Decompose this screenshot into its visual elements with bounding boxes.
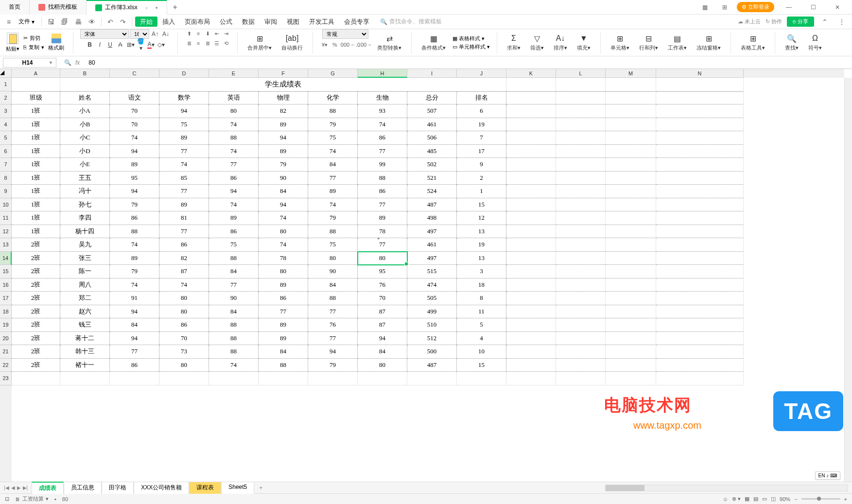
cell-r15-c9[interactable]: 3 xyxy=(457,265,506,278)
menu-tab-1[interactable]: 插入 xyxy=(157,16,180,27)
minimize-button[interactable]: — xyxy=(779,0,799,15)
cell[interactable] xyxy=(606,332,656,346)
cell-r19-c0[interactable]: 2班 xyxy=(12,318,60,332)
col-header-L[interactable]: L xyxy=(556,69,606,78)
cell-r7-c1[interactable]: 小E xyxy=(60,158,110,172)
cell-r20-c2[interactable]: 94 xyxy=(110,332,159,346)
cell-r7-c0[interactable]: 1班 xyxy=(12,158,60,172)
cell-r3-c8[interactable]: 507 xyxy=(407,104,457,118)
cell-r18-c7[interactable]: 87 xyxy=(358,305,407,319)
row-header-19[interactable]: 19 xyxy=(0,318,12,332)
cell-r20-c0[interactable]: 2班 xyxy=(12,332,60,346)
cell-r6-c2[interactable]: 94 xyxy=(110,145,159,158)
row-header-9[interactable]: 9 xyxy=(0,185,12,198)
cell[interactable] xyxy=(506,131,556,145)
cell[interactable] xyxy=(606,359,656,372)
number-format-select[interactable]: 常规 xyxy=(322,29,368,39)
decrease-font-icon[interactable]: A↓ xyxy=(161,29,171,39)
cell-r16-c0[interactable]: 2班 xyxy=(12,278,60,292)
cell[interactable] xyxy=(606,225,656,239)
row-header-1[interactable]: 1 xyxy=(0,78,12,91)
cell-r14-c6[interactable]: 80 xyxy=(308,252,358,265)
symbol-button[interactable]: Ω符号▾ xyxy=(805,33,825,52)
cell-r17-c9[interactable]: 8 xyxy=(457,292,506,305)
cell-r5-c0[interactable]: 1班 xyxy=(12,131,60,145)
col-header-N[interactable]: N xyxy=(656,69,744,78)
cell-r12-c5[interactable]: 80 xyxy=(259,225,308,239)
cell[interactable] xyxy=(556,359,606,372)
cell-r5-c6[interactable]: 75 xyxy=(308,131,358,145)
align-bottom-icon[interactable]: ⬇ xyxy=(203,29,212,38)
cell-r21-c9[interactable]: 10 xyxy=(457,345,506,359)
cell-r11-c6[interactable]: 79 xyxy=(308,211,358,225)
sheet-nav-next-icon[interactable]: ▶ xyxy=(17,485,21,490)
format-painter-button[interactable]: 格式刷 xyxy=(46,33,66,52)
cell-r11-c4[interactable]: 89 xyxy=(209,211,259,225)
print-icon[interactable]: 🖶 xyxy=(72,16,85,28)
cell-r20-c9[interactable]: 4 xyxy=(457,332,506,346)
cell-r19-c9[interactable]: 5 xyxy=(457,318,506,332)
cell-r18-c1[interactable]: 赵六 xyxy=(60,305,110,319)
cell-r21-c8[interactable]: 500 xyxy=(407,345,457,359)
cell[interactable] xyxy=(506,172,556,185)
cell-r19-c1[interactable]: 钱三 xyxy=(60,318,110,332)
cell-r17-c0[interactable]: 2班 xyxy=(12,292,60,305)
cell-r15-c6[interactable]: 90 xyxy=(308,265,358,278)
font-size-select[interactable]: 16 xyxy=(130,29,149,39)
cell-r12-c1[interactable]: 杨十四 xyxy=(60,225,110,239)
zoom-value[interactable]: 90% xyxy=(780,496,790,502)
cell[interactable] xyxy=(606,172,656,185)
share-button[interactable]: ⎋ 分享 xyxy=(787,17,814,27)
select-all-corner[interactable]: ◢ xyxy=(0,69,12,78)
cell-r14-c7[interactable]: 80 xyxy=(358,252,407,265)
cell[interactable] xyxy=(556,345,606,359)
cell-r20-c5[interactable]: 89 xyxy=(259,332,308,346)
cell[interactable] xyxy=(656,91,744,105)
cell[interactable] xyxy=(60,372,110,385)
cell[interactable] xyxy=(606,131,656,145)
cell-r21-c3[interactable]: 73 xyxy=(159,345,209,359)
cell-r18-c3[interactable]: 80 xyxy=(159,305,209,319)
cell[interactable] xyxy=(606,211,656,225)
cell-r20-c4[interactable]: 88 xyxy=(209,332,259,346)
cell-r3-c4[interactable]: 80 xyxy=(209,104,259,118)
status-smiley-icon[interactable]: ☺ xyxy=(723,496,728,502)
sheet-tab-3[interactable]: XXX公司销售额 xyxy=(134,482,189,494)
apps-icon[interactable]: ⊞ xyxy=(717,0,732,15)
cell-r6-c6[interactable]: 74 xyxy=(308,145,358,158)
cell-r13-c6[interactable]: 75 xyxy=(308,238,358,252)
cell-r4-c6[interactable]: 79 xyxy=(308,118,358,132)
name-box-dropdown-icon[interactable]: ▼ xyxy=(49,60,53,65)
cell-r11-c3[interactable]: 81 xyxy=(159,211,209,225)
row-header-22[interactable]: 22 xyxy=(0,359,12,372)
sheet-tab-1[interactable]: 员工信息 xyxy=(64,482,102,494)
cell[interactable] xyxy=(506,78,556,91)
cell-r11-c1[interactable]: 李四 xyxy=(60,211,110,225)
header-9[interactable]: 排名 xyxy=(457,91,506,105)
menu-tab-2[interactable]: 页面布局 xyxy=(180,16,215,27)
cell-r10-c4[interactable]: 74 xyxy=(209,198,259,212)
cooperation-button[interactable]: ↻ 协作 xyxy=(765,18,782,25)
cell-r10-c2[interactable]: 79 xyxy=(110,198,159,212)
comma-icon[interactable]: 000 xyxy=(340,40,350,50)
cell[interactable] xyxy=(556,318,606,332)
cell-r21-c2[interactable]: 77 xyxy=(110,345,159,359)
cell-r22-c0[interactable]: 2班 xyxy=(12,359,60,372)
header-7[interactable]: 生物 xyxy=(358,91,407,105)
cell[interactable] xyxy=(656,78,744,91)
fx-icon[interactable]: fx xyxy=(75,59,80,66)
cell-r13-c4[interactable]: 75 xyxy=(209,238,259,252)
cell[interactable] xyxy=(556,225,606,239)
font-name-select[interactable]: 宋体 xyxy=(80,29,129,39)
increase-indent-icon[interactable]: ⇥ xyxy=(222,29,230,38)
row-header-10[interactable]: 10 xyxy=(0,198,12,212)
row-header-3[interactable]: 3 xyxy=(0,104,12,118)
cell[interactable] xyxy=(506,104,556,118)
cell-r9-c0[interactable]: 1班 xyxy=(12,185,60,198)
cell-r18-c8[interactable]: 499 xyxy=(407,305,457,319)
cell-r7-c5[interactable]: 79 xyxy=(259,158,308,172)
cell-r8-c5[interactable]: 90 xyxy=(259,172,308,185)
cell[interactable] xyxy=(656,265,744,278)
row-header-7[interactable]: 7 xyxy=(0,158,12,172)
cell-r3-c5[interactable]: 82 xyxy=(259,104,308,118)
